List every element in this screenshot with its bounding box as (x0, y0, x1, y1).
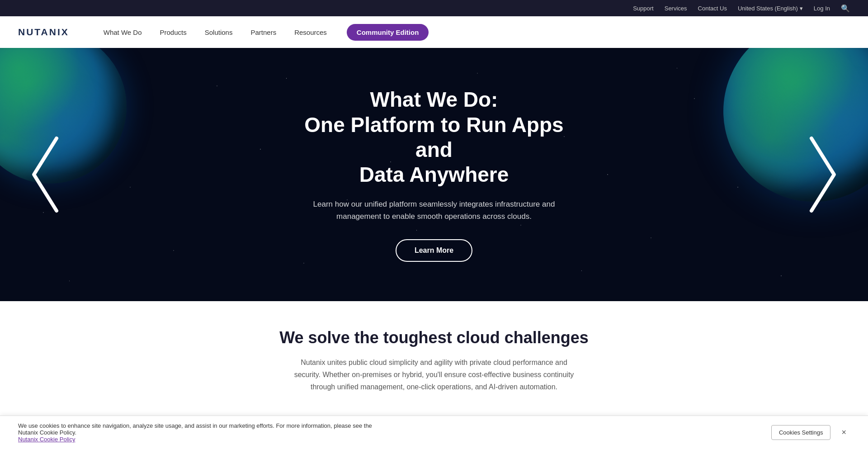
hero-content: What We Do: One Platform to Run Apps and… (276, 87, 592, 261)
below-hero-title: We solve the toughest cloud challenges (18, 328, 850, 347)
support-link[interactable]: Support (633, 5, 654, 12)
services-link[interactable]: Services (665, 5, 687, 12)
community-edition-button[interactable]: Community Edition (347, 24, 429, 41)
next-slide-button[interactable] (805, 129, 841, 220)
nav-partners[interactable]: Partners (243, 25, 283, 40)
nav-links: What We Do Products Solutions Partners R… (96, 24, 850, 41)
hero-subtitle: Learn how our unified platform seamlessl… (303, 198, 565, 222)
learn-more-button[interactable]: Learn More (396, 239, 472, 262)
nav-products[interactable]: Products (153, 25, 194, 40)
contact-link[interactable]: Contact Us (698, 5, 727, 12)
nutanix-logo[interactable]: NUTANIX (18, 27, 69, 38)
nav-resources[interactable]: Resources (287, 25, 334, 40)
prev-slide-button[interactable] (27, 129, 63, 220)
earth-globe-right (723, 48, 868, 202)
language-selector[interactable]: United States (English) ▾ (738, 5, 803, 12)
main-navigation: NUTANIX What We Do Products Solutions Pa… (0, 16, 868, 48)
earth-globe-left (0, 48, 127, 184)
scroll-indicator (425, 292, 443, 301)
search-icon[interactable]: 🔍 (841, 4, 850, 13)
hero-title: What We Do: One Platform to Run Apps and… (285, 87, 583, 187)
top-utility-bar: Support Services Contact Us United State… (0, 0, 868, 16)
below-hero-text: Nutanix unites public cloud simplicity a… (294, 356, 574, 393)
hero-section: What We Do: One Platform to Run Apps and… (0, 48, 868, 301)
below-hero-section: We solve the toughest cloud challenges N… (0, 301, 868, 411)
nav-solutions[interactable]: Solutions (198, 25, 240, 40)
nav-what-we-do[interactable]: What We Do (96, 25, 149, 40)
login-link[interactable]: Log In (814, 5, 830, 12)
